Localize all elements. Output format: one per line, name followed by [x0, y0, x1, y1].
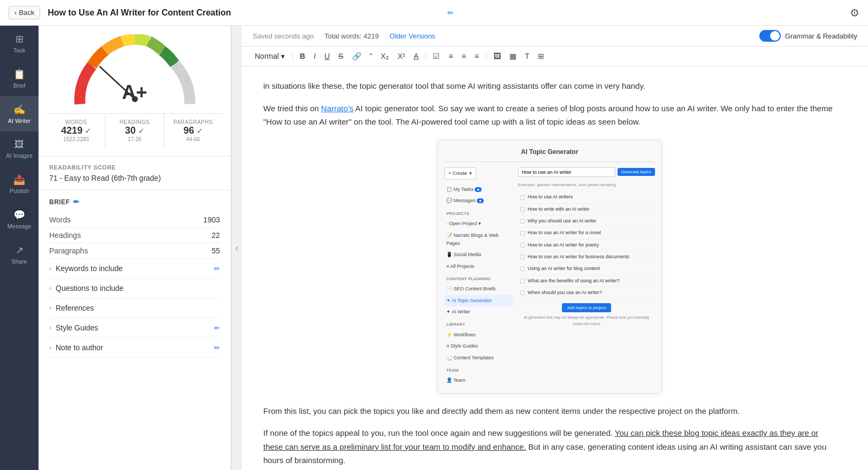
- top-bar: ‹ Back How to Use An AI Writer for Conte…: [0, 0, 868, 26]
- ai-writer-icon: ✍: [13, 104, 25, 115]
- ai-result-4: How to use an AI writer for poetry: [518, 240, 655, 251]
- superscript-button[interactable]: X²: [394, 50, 409, 63]
- ai-menu-style-guides: A Style Guides: [444, 341, 514, 352]
- ai-generate-btn[interactable]: Generate topics: [618, 168, 655, 176]
- brief-title: BRIEF ✏: [49, 198, 220, 206]
- italic-button[interactable]: I: [310, 50, 319, 63]
- collapsible-references[interactable]: › References: [49, 298, 220, 318]
- ai-section-projects: PROJECTS: [444, 207, 514, 219]
- ai-section-team: TEAM: [444, 364, 514, 375]
- ai-images-icon: 🖼: [14, 139, 24, 150]
- ai-menu-open-project: · Open Project ▾: [444, 218, 514, 229]
- sidebar-item-message[interactable]: 💬 Message: [0, 202, 39, 237]
- ai-result-6: Using an AI writer for blog content: [518, 263, 655, 275]
- collapse-arrow-icon: ‹: [235, 243, 238, 253]
- message-icon: 💬: [13, 209, 25, 221]
- style-guides-edit-icon[interactable]: ✏: [214, 324, 220, 332]
- table-button[interactable]: ▦: [506, 50, 520, 63]
- ai-topic-generator-screenshot: AI Topic Generator + Create ▾ 📋 My Tasks…: [437, 140, 662, 394]
- ai-result-5: How to use an AI writer for business doc…: [518, 251, 655, 263]
- list-check-button[interactable]: ☑: [429, 50, 444, 63]
- underline-button[interactable]: U: [321, 50, 333, 63]
- insert-button[interactable]: ⊞: [534, 50, 548, 63]
- ai-create-btn: + Create ▾: [444, 167, 476, 180]
- collapsible-keywords[interactable]: › Keywords to include ✏: [49, 259, 220, 279]
- stat-paragraphs-label: PARAGRAPHS: [169, 119, 218, 125]
- ai-menu-ai-writer: ✦ AI Writer: [444, 306, 514, 318]
- share-icon: ↗: [16, 244, 24, 256]
- editor-paragraph-from-list: From this list, you can pick the topics …: [263, 404, 836, 418]
- ai-screen-body: + Create ▾ 📋 My Tasks ● 💬 Messages ● PRO…: [444, 167, 655, 387]
- grammar-toggle[interactable]: [759, 30, 781, 42]
- grammar-toggle-wrap: Grammar & Readability: [759, 30, 857, 42]
- sidebar-item-task[interactable]: ⊞ Task: [0, 26, 39, 61]
- font-color-button[interactable]: A: [410, 50, 422, 63]
- brief-row-words: Words 1903: [49, 212, 220, 228]
- older-versions-link[interactable]: Older Versions: [390, 32, 435, 40]
- toolbar-divider-2: [425, 51, 426, 61]
- indent-button[interactable]: ≡: [471, 50, 483, 63]
- collapsible-note-to-author[interactable]: › Note to author ✏: [49, 338, 220, 358]
- sidebar-item-brief[interactable]: 📋 Brief: [0, 61, 39, 96]
- ai-search-input[interactable]: [518, 167, 615, 177]
- ai-result-1: How to write with an AI writer: [518, 204, 655, 215]
- editor-content[interactable]: in situations like these, the topic gene…: [242, 66, 868, 470]
- ai-result-8: When should you use an AI writer?: [518, 287, 655, 299]
- grade-label: A+: [122, 81, 147, 104]
- keywords-edit-icon[interactable]: ✏: [214, 265, 220, 273]
- stat-words: WORDS 4219 ✓ 1522-2283: [47, 114, 105, 148]
- brief-section: BRIEF ✏ Words 1903 Headings 22 Paragraph…: [39, 190, 231, 365]
- unordered-list-button[interactable]: ≡: [458, 50, 469, 63]
- stat-words-label: WORDS: [51, 119, 101, 125]
- ai-images-label: AI Images: [6, 152, 33, 159]
- ai-result-0: How to use AI writers: [518, 191, 655, 203]
- left-nav: ⊞ Task 📋 Brief ✍ AI Writer 🖼 AI Images 📤…: [0, 26, 39, 470]
- readability-section: READABILITY SCORE 71 - Easy to Read (6th…: [39, 157, 231, 190]
- strikethrough-button[interactable]: S: [334, 50, 347, 63]
- grammar-toggle-label: Grammar & Readability: [785, 32, 857, 40]
- image-button[interactable]: 🖼: [490, 50, 505, 63]
- ai-left-panel: + Create ▾ 📋 My Tasks ● 💬 Messages ● PRO…: [444, 167, 514, 387]
- clear-format-button[interactable]: T: [521, 50, 534, 63]
- collapsible-style-guides[interactable]: › Style Guides ✏: [49, 318, 220, 338]
- brief-edit-icon[interactable]: ✏: [73, 198, 80, 206]
- sidebar-item-ai-images[interactable]: 🖼 AI Images: [0, 132, 39, 166]
- editor-paragraph-if-none: If none of the topics appeal to you, run…: [263, 426, 836, 467]
- blockquote-button[interactable]: ": [366, 50, 376, 63]
- task-label: Task: [13, 47, 26, 53]
- ai-screenshot-header: AI Topic Generator: [444, 147, 655, 162]
- editor-top-bar: Saved seconds ago Total words: 4219 Olde…: [242, 26, 868, 47]
- bold-button[interactable]: B: [296, 50, 309, 63]
- ai-menu-my-tasks: 📋 My Tasks ●: [444, 184, 514, 195]
- narrato-link[interactable]: Narrato's: [321, 104, 353, 113]
- stat-words-range: 1522-2283: [51, 136, 101, 142]
- title-edit-icon[interactable]: ✏: [447, 9, 454, 17]
- ai-note: AI generated text may not always be appr…: [518, 314, 655, 327]
- link-button[interactable]: 🔗: [348, 50, 365, 63]
- ai-menu-all-projects: ≡ All Projects: [444, 261, 514, 272]
- editor-paragraph-intro: in situations like these, the topic gene…: [263, 79, 836, 93]
- collapsible-questions[interactable]: › Questions to include: [49, 279, 220, 298]
- task-icon: ⊞: [16, 33, 24, 45]
- back-button[interactable]: ‹ Back: [9, 6, 40, 19]
- settings-icon[interactable]: ⚙: [850, 6, 859, 19]
- collapse-handle[interactable]: ‹: [231, 26, 242, 470]
- sidebar-item-publish[interactable]: 📤 Publish: [0, 166, 39, 202]
- total-words: Total words: 4219: [324, 32, 379, 40]
- editor-area: Saved seconds ago Total words: 4219 Olde…: [242, 26, 868, 470]
- ai-menu-team: 👤 Team: [444, 375, 514, 386]
- ordered-list-button[interactable]: ≡: [445, 50, 456, 63]
- sidebar-item-share[interactable]: ↗ Share: [0, 237, 39, 272]
- style-dropdown-icon: ▾: [281, 52, 285, 60]
- subscript-button[interactable]: X₂: [377, 50, 393, 63]
- style-select[interactable]: Normal ▾: [250, 50, 289, 63]
- ai-add-topics-btn[interactable]: Add topics to project: [562, 303, 611, 312]
- editor-toolbar: Normal ▾ B I U S 🔗 " X₂ X² A ☑ ≡ ≡ ≡ 🖼 ▦…: [242, 47, 868, 66]
- toolbar-divider-3: [486, 51, 486, 61]
- stat-paragraphs-range: 44-66: [169, 136, 218, 142]
- style-select-label: Normal: [255, 52, 279, 60]
- ai-writer-label: AI Writer: [8, 118, 31, 124]
- gauge-container: A+: [65, 34, 204, 109]
- note-to-author-edit-icon[interactable]: ✏: [214, 344, 220, 352]
- sidebar-item-ai-writer[interactable]: ✍ AI Writer: [0, 96, 39, 132]
